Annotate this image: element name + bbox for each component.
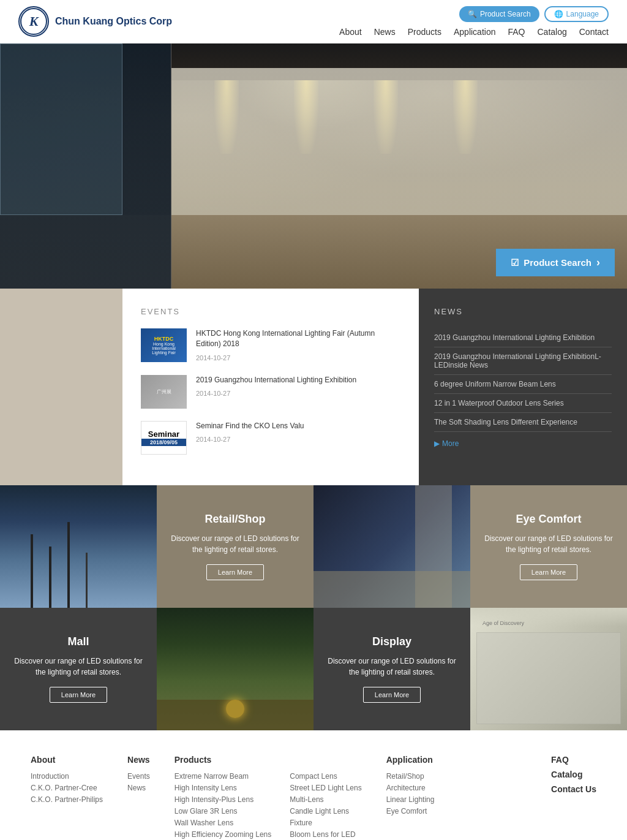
news-item-1[interactable]: 2019 Guangzhou International Lighting Ex… xyxy=(434,328,612,347)
hero-light-1 xyxy=(214,80,239,154)
news-more-link[interactable]: ▶ More xyxy=(434,439,612,448)
app-mall-learn-btn[interactable]: Learn More xyxy=(50,687,107,703)
events-title: EVENTS xyxy=(141,307,400,316)
footer-app-heading: Application xyxy=(386,755,435,765)
app-cell-display-overlay: Display Discover our range of LED soluti… xyxy=(314,608,470,730)
footer-prod-low-glare[interactable]: Low Glare 3R Lens xyxy=(175,807,272,815)
seminar-date-bar: 2018/09/05 xyxy=(141,439,186,446)
app-cell-garden-bg xyxy=(157,608,314,730)
footer-prod-high-intensity[interactable]: High Intensity Lens xyxy=(175,784,272,792)
app-cell-eye-overlay: Eye Comfort Discover our range of LED so… xyxy=(470,485,627,608)
footer-col-about: About Introduction C.K.O. Partner-Cree C… xyxy=(31,755,103,840)
app-eye-learn-btn[interactable]: Learn More xyxy=(520,564,577,580)
event-date-1: 2014-10-27 xyxy=(196,354,230,361)
event-item-1[interactable]: HKTDC Hong Kong International Lighting F… xyxy=(141,328,400,363)
footer-news-heading: News xyxy=(127,755,150,765)
app-cell-interior-bg xyxy=(314,485,470,608)
footer-products-heading: Products xyxy=(175,755,272,765)
footer-prod-fixture[interactable]: Fixture xyxy=(290,819,361,827)
news-item-2[interactable]: 2019 Guangzhou International Lighting Ex… xyxy=(434,347,612,375)
nav-about[interactable]: About xyxy=(339,27,362,37)
nav-contact[interactable]: Contact xyxy=(579,27,609,37)
app-cell-gallery-bg: Age of Discovery xyxy=(470,608,627,730)
footer-prod-extreme[interactable]: Extreme Narrow Beam xyxy=(175,772,272,781)
hero-product-search-button[interactable]: ☑ Product Search › xyxy=(496,249,615,276)
footer-prod-compact[interactable]: Compact Lens xyxy=(290,772,361,781)
nav-faq[interactable]: FAQ xyxy=(508,27,525,37)
event-item-3[interactable]: Seminar 2018/09/05 Seminar Find the CKO … xyxy=(141,421,400,455)
event-date-2: 2014-10-27 xyxy=(196,390,230,397)
app-cell-garden xyxy=(157,608,314,730)
main-nav: About News Products Application FAQ Cata… xyxy=(339,27,609,37)
footer-links: About Introduction C.K.O. Partner-Cree C… xyxy=(31,755,596,840)
footer-prod-high-intensity-plus[interactable]: High Intensity-Plus Lens xyxy=(175,795,272,804)
app-cell-retail-overlay: Retail/Shop Discover our range of LED so… xyxy=(157,485,314,608)
app-cell-display: Display Discover our range of LED soluti… xyxy=(314,608,470,730)
footer-contact-link[interactable]: Contact Us xyxy=(551,784,596,794)
app-cell-outdoor-bg xyxy=(0,485,157,608)
app-cell-retail: Retail/Shop Discover our range of LED so… xyxy=(157,485,314,608)
footer-app-retail[interactable]: Retail/Shop xyxy=(386,772,435,781)
news-item-3[interactable]: 6 degree Uniform Narrow Beam Lens xyxy=(434,375,612,394)
footer-about-philips[interactable]: C.K.O. Partner-Philips xyxy=(31,795,103,804)
nav-catalog[interactable]: Catalog xyxy=(537,27,566,37)
product-search-button[interactable]: 🔍 Product Search xyxy=(459,6,539,22)
app-cell-outdoor xyxy=(0,485,157,608)
product-search-icon: ☑ xyxy=(511,257,519,268)
news-item-5[interactable]: The Soft Shading Lens Different Experien… xyxy=(434,413,612,432)
app-cell-interior xyxy=(314,485,470,608)
svg-text:K: K xyxy=(29,13,39,29)
event-thumb-3: Seminar 2018/09/05 xyxy=(141,421,187,455)
app-grid: Retail/Shop Discover our range of LED so… xyxy=(0,485,627,730)
event-info-1: HKTDC Hong Kong International Lighting F… xyxy=(196,328,400,363)
header: K Chun Kuang Optics Corp 🔍 Product Searc… xyxy=(0,0,627,44)
footer-news-news[interactable]: News xyxy=(127,784,150,792)
footer-about-cree[interactable]: C.K.O. Partner-Cree xyxy=(31,784,103,792)
header-buttons: 🔍 Product Search 🌐 Language xyxy=(459,6,609,22)
footer: About Introduction C.K.O. Partner-Cree C… xyxy=(0,730,627,840)
language-button[interactable]: 🌐 Language xyxy=(544,6,609,22)
news-item-4[interactable]: 12 in 1 Waterproof Outdoor Lens Series xyxy=(434,394,612,413)
app-cell-eye-comfort: Eye Comfort Discover our range of LED so… xyxy=(470,485,627,608)
nav-products[interactable]: Products xyxy=(408,27,441,37)
app-eye-title: Eye Comfort xyxy=(516,513,581,526)
logo-area: K Chun Kuang Optics Corp xyxy=(18,6,172,37)
app-retail-learn-btn[interactable]: Learn More xyxy=(206,564,264,580)
nav-application[interactable]: Application xyxy=(454,27,496,37)
header-right: 🔍 Product Search 🌐 Language About News P… xyxy=(339,6,609,37)
footer-app-eye[interactable]: Eye Comfort xyxy=(386,807,435,815)
news-column: NEWS 2019 Guangzhou International Lighti… xyxy=(419,289,627,485)
app-display-learn-btn[interactable]: Learn More xyxy=(363,687,421,703)
search-icon: 🔍 xyxy=(468,10,477,18)
events-news-section: EVENTS HKTDC Hong Kong International Lig… xyxy=(0,289,627,485)
footer-news-events[interactable]: Events xyxy=(127,772,150,781)
footer-prod-bloom[interactable]: Bloom Lens for LED xyxy=(290,830,361,839)
footer-about-intro[interactable]: Introduction xyxy=(31,772,103,781)
app-cell-gallery: Age of Discovery xyxy=(470,608,627,730)
event-item-2[interactable]: 广州展 2019 Guangzhou International Lightin… xyxy=(141,375,400,409)
app-mall-title: Mall xyxy=(67,635,89,648)
event-info-3: Seminar Find the CKO Lens Valu 2014-10-2… xyxy=(196,421,304,445)
event-thumb-gz-bg: 广州展 xyxy=(141,375,187,409)
footer-app-arch[interactable]: Architecture xyxy=(386,784,435,792)
footer-catalog-link[interactable]: Catalog xyxy=(551,770,596,779)
footer-prod-street[interactable]: Street LED Light Lens xyxy=(290,784,361,792)
footer-prod-candle[interactable]: Candle Light Lens xyxy=(290,807,361,815)
footer-prod-multi[interactable]: Multi-Lens xyxy=(290,795,361,804)
events-column: EVENTS HKTDC Hong Kong International Lig… xyxy=(122,289,419,485)
nav-news[interactable]: News xyxy=(374,27,396,37)
footer-prod-high-eff[interactable]: High Efficiency Zooming Lens xyxy=(175,830,272,839)
hero-light-2 xyxy=(294,80,318,154)
event-thumb-2: 广州展 xyxy=(141,375,187,409)
footer-app-linear[interactable]: Linear Lighting xyxy=(386,795,435,804)
more-arrow-icon: ▶ xyxy=(434,439,440,448)
event-info-2: 2019 Guangzhou International Lighting Ex… xyxy=(196,375,356,399)
logo-icon: K xyxy=(18,6,49,37)
hero-light-3 xyxy=(374,80,398,154)
event-title-2: 2019 Guangzhou International Lighting Ex… xyxy=(196,375,356,385)
event-date-3: 2014-10-27 xyxy=(196,436,230,443)
footer-faq-link[interactable]: FAQ xyxy=(551,755,596,765)
footer-prod-wall-washer[interactable]: Wall Washer Lens xyxy=(175,819,272,827)
app-display-title: Display xyxy=(372,635,411,648)
applications-section: Retail/Shop Discover our range of LED so… xyxy=(0,485,627,730)
